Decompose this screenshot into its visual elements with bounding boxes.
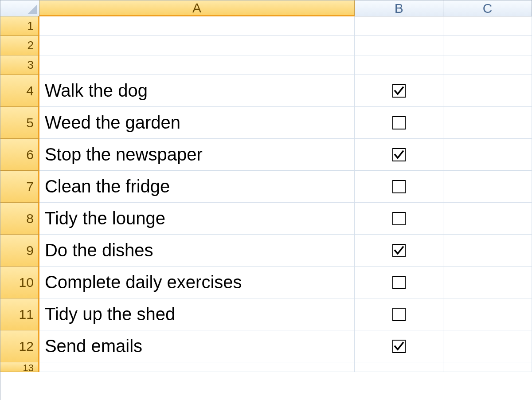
checkbox-clean-the-fridge[interactable] (392, 180, 406, 193)
cell-B12[interactable] (355, 330, 443, 362)
cell-A4[interactable]: Walk the dog (39, 75, 355, 107)
row-header[interactable]: 8 (0, 203, 39, 235)
cell-C9[interactable] (443, 235, 532, 267)
column-header-C[interactable]: C (443, 0, 532, 16)
row: 2 (0, 36, 532, 55)
spreadsheet-grid: A B C 1 2 3 4 Walk the dog 5 Weed the ga… (0, 0, 532, 400)
cell-B9[interactable] (355, 235, 443, 267)
checkmark-icon (394, 245, 404, 256)
row-header[interactable]: 13 (0, 362, 39, 372)
row-header[interactable]: 1 (0, 16, 39, 36)
cell-C4[interactable] (443, 75, 532, 107)
cell-A10[interactable]: Complete daily exercises (39, 267, 355, 298)
cell-A8[interactable]: Tidy the lounge (39, 203, 355, 235)
row-header[interactable]: 6 (0, 139, 39, 171)
cell-A9[interactable]: Do the dishes (39, 235, 355, 267)
cell-B6[interactable] (355, 139, 443, 171)
checkbox-complete-daily-exercises[interactable] (392, 276, 406, 289)
checkbox-stop-the-newspaper[interactable] (392, 148, 406, 161)
row-header[interactable]: 5 (0, 107, 39, 139)
cell-A3[interactable] (39, 55, 355, 75)
row-header[interactable]: 3 (0, 55, 39, 75)
cell-A2[interactable] (39, 36, 355, 55)
cell-C11[interactable] (443, 298, 532, 330)
cell-C1[interactable] (443, 16, 532, 36)
row-header[interactable]: 11 (0, 298, 39, 330)
cell-C13[interactable] (443, 362, 532, 372)
cell-B7[interactable] (355, 171, 443, 203)
cell-B13[interactable] (355, 362, 443, 372)
cell-A5[interactable]: Weed the garden (39, 107, 355, 139)
row: 10 Complete daily exercises (0, 267, 532, 298)
cell-C5[interactable] (443, 107, 532, 139)
cell-B4[interactable] (355, 75, 443, 107)
cell-B10[interactable] (355, 267, 443, 298)
select-all-triangle-icon (27, 4, 37, 14)
checkmark-icon (394, 149, 404, 160)
cell-C7[interactable] (443, 171, 532, 203)
cell-C6[interactable] (443, 139, 532, 171)
cell-C3[interactable] (443, 55, 532, 75)
row: 12 Send emails (0, 330, 532, 362)
cell-B11[interactable] (355, 298, 443, 330)
row: 4 Walk the dog (0, 75, 532, 107)
cell-B5[interactable] (355, 107, 443, 139)
cell-C2[interactable] (443, 36, 532, 55)
cell-B1[interactable] (355, 16, 443, 36)
row: 9 Do the dishes (0, 235, 532, 267)
row-header[interactable]: 4 (0, 75, 39, 107)
cell-A6[interactable]: Stop the newspaper (39, 139, 355, 171)
row-header[interactable]: 7 (0, 171, 39, 203)
row: 8 Tidy the lounge (0, 203, 532, 235)
checkmark-icon (394, 86, 404, 96)
row-header[interactable]: 9 (0, 235, 39, 267)
row: 5 Weed the garden (0, 107, 532, 139)
checkbox-tidy-the-lounge[interactable] (392, 212, 406, 225)
checkbox-walk-the-dog[interactable] (392, 84, 406, 98)
cell-A12[interactable]: Send emails (39, 330, 355, 362)
checkbox-do-the-dishes[interactable] (392, 244, 406, 257)
row: 1 (0, 16, 532, 36)
row: 7 Clean the fridge (0, 171, 532, 203)
column-header-row: A B C (0, 0, 532, 16)
row-header[interactable]: 2 (0, 36, 39, 55)
column-header-B[interactable]: B (355, 0, 443, 16)
row-header[interactable]: 12 (0, 330, 39, 362)
cell-C10[interactable] (443, 267, 532, 298)
cell-A13[interactable] (39, 362, 355, 372)
checkmark-icon (394, 341, 404, 352)
row: 3 (0, 55, 532, 75)
checkbox-weed-the-garden[interactable] (392, 116, 406, 129)
row: 6 Stop the newspaper (0, 139, 532, 171)
cell-A7[interactable]: Clean the fridge (39, 171, 355, 203)
checkbox-tidy-up-the-shed[interactable] (392, 308, 406, 321)
row: 13 (0, 362, 532, 372)
checkbox-send-emails[interactable] (392, 340, 406, 353)
row-header[interactable]: 10 (0, 267, 39, 298)
cell-C8[interactable] (443, 203, 532, 235)
cell-A11[interactable]: Tidy up the shed (39, 298, 355, 330)
cell-C12[interactable] (443, 330, 532, 362)
row: 11 Tidy up the shed (0, 298, 532, 330)
cell-B2[interactable] (355, 36, 443, 55)
column-header-A[interactable]: A (39, 0, 355, 16)
cell-B3[interactable] (355, 55, 443, 75)
cell-B8[interactable] (355, 203, 443, 235)
cell-A1[interactable] (39, 16, 355, 36)
select-all-corner[interactable] (0, 0, 39, 16)
